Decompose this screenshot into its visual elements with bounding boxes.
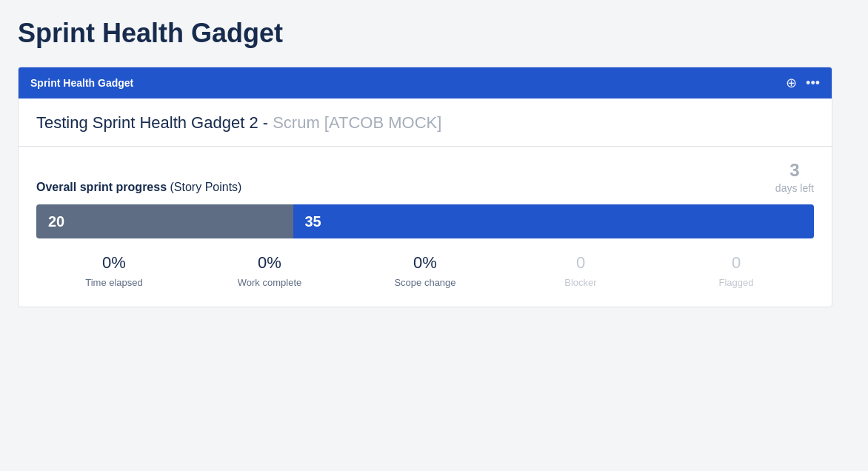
stat-label-3: Blocker: [564, 277, 596, 288]
progress-bar-remaining: 35: [293, 204, 815, 238]
gadget-container: Sprint Health Gadget ⊕ ••• Testing Sprin…: [18, 67, 832, 307]
move-icon[interactable]: ⊕: [786, 75, 797, 91]
stat-item-2: 0% Scope change: [347, 253, 503, 289]
progress-bar-done: 20: [36, 204, 293, 238]
more-options-icon[interactable]: •••: [806, 76, 820, 91]
page-title: Sprint Health Gadget: [18, 18, 850, 49]
stats-row: 0% Time elapsed 0% Work complete 0% Scop…: [36, 253, 814, 289]
stat-label-2: Scope change: [394, 277, 455, 288]
sprint-name-row: Testing Sprint Health Gadget 2 - Scrum […: [19, 98, 832, 147]
sprint-name: Testing Sprint Health Gadget 2 - Scrum […: [36, 113, 441, 132]
gadget-header: Sprint Health Gadget ⊕ •••: [19, 67, 832, 98]
days-left: 3 days left: [775, 158, 814, 195]
progress-label-normal: (Story Points): [167, 181, 241, 193]
stat-value-3: 0: [503, 253, 658, 273]
stat-label-4: Flagged: [719, 277, 754, 288]
sprint-content: 3 days left Overall sprint progress (Sto…: [19, 147, 832, 307]
stat-item-3: 0 Blocker: [503, 253, 658, 289]
stat-label-1: Work complete: [238, 277, 301, 288]
gadget-header-title: Sprint Health Gadget: [30, 77, 133, 89]
stat-item-4: 0 Flagged: [658, 253, 814, 289]
bar-done-value: 20: [48, 213, 64, 230]
days-label: days left: [775, 182, 814, 194]
sprint-name-sub: Scrum [ATCOB MOCK]: [273, 113, 441, 132]
progress-label: Overall sprint progress (Story Points): [36, 181, 814, 194]
progress-label-bold: Overall sprint progress: [36, 181, 167, 193]
stat-value-2: 0%: [347, 253, 503, 273]
stat-value-1: 0%: [192, 253, 347, 273]
gadget-body: Testing Sprint Health Gadget 2 - Scrum […: [19, 98, 832, 307]
progress-bar: 20 35: [36, 204, 814, 238]
stat-value-0: 0%: [36, 253, 192, 273]
stat-item-1: 0% Work complete: [192, 253, 347, 289]
stat-label-0: Time elapsed: [85, 277, 143, 288]
stat-item-0: 0% Time elapsed: [36, 253, 192, 289]
sprint-name-main: Testing Sprint Health Gadget 2 -: [36, 113, 273, 132]
gadget-header-actions: ⊕ •••: [786, 75, 820, 91]
bar-remaining-value: 35: [305, 213, 321, 230]
days-number: 3: [775, 158, 814, 181]
stat-value-4: 0: [658, 253, 814, 273]
